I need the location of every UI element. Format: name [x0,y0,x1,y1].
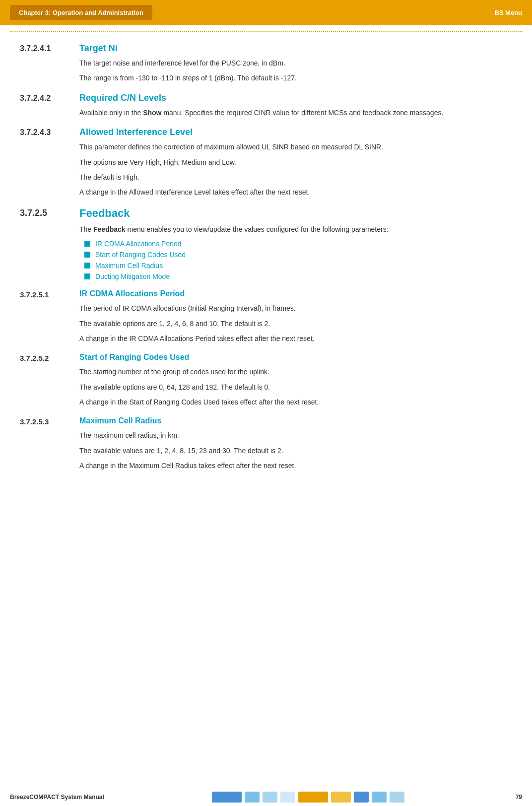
para-37253-1: The available values are 1, 2, 4, 8, 15,… [79,445,512,456]
bullet-square-1 [84,252,90,258]
section-row-37252: 3.7.2.5.2 Start of Ranging Codes Used [20,353,512,362]
body-text-3742: Available only in the Show manu. Specifi… [79,107,512,118]
section-title-3725: Feedback [79,207,130,220]
para-37251-2: A change in the IR CDMA Allocations Peri… [79,333,512,344]
bullet-square-3 [84,273,90,279]
para-37251-0: The period of IR CDMA allocations (Initi… [79,303,512,314]
body-text-37253: The maximum cell radius, in km. The avai… [79,430,512,471]
para-3743-3: A change in the Allowed Interference Lev… [79,187,512,198]
footer-block-5 [331,792,351,803]
body-text-3741: The target noise and interference level … [79,58,512,84]
section-3725: 3.7.2.5 Feedback The Feedback menu enabl… [20,207,512,280]
chapter-title: Chapter 3: Operation and Administration [10,5,152,20]
section-37251: 3.7.2.5.1 IR CDMA Allocations Period The… [20,289,512,344]
section-number-3742: 3.7.2.4.2 [20,93,79,103]
para-3742-0: Available only in the Show manu. Specifi… [79,107,512,118]
bullet-label-0: IR CDMA Allocations Period [95,240,182,248]
section-number-37253: 3.7.2.5.3 [20,416,79,426]
section-37253: 3.7.2.5.3 Maximum Cell Radius The maximu… [20,416,512,471]
section-title-37252: Start of Ranging Codes Used [79,353,189,362]
body-text-3743: This parameter defines the correction of… [79,141,512,198]
header-bar: Chapter 3: Operation and Administration … [0,0,532,25]
footer-block-4 [298,792,328,803]
footer-block-1 [245,792,260,803]
footer-blocks [109,792,507,803]
para-3725-intro: The Feedback menu enables you to view/up… [79,224,512,235]
footer-block-0 [212,792,242,803]
section-title-3742: Required C/N Levels [79,93,166,103]
bullet-square-0 [84,241,90,247]
feedback-bullet-list: IR CDMA Allocations Period Start of Rang… [84,240,512,280]
section-number-37251: 3.7.2.5.1 [20,289,79,299]
section-title-3743: Allowed Interference Level [79,127,193,137]
para-37252-1: The available options are 0, 64, 128 and… [79,382,512,393]
section-3741: 3.7.2.4.1 Target Ni The target noise and… [20,43,512,84]
footer-label: BreezeCOMPACT System Manual [10,794,109,801]
section-title-37253: Maximum Cell Radius [79,416,161,425]
section-number-3743: 3.7.2.4.3 [20,127,79,137]
section-row-3741: 3.7.2.4.1 Target Ni [20,43,512,54]
bs-menu-label: BS Menu [494,9,522,16]
section-row-37253: 3.7.2.5.3 Maximum Cell Radius [20,416,512,426]
section-37252: 3.7.2.5.2 Start of Ranging Codes Used Th… [20,353,512,407]
para-3743-0: This parameter defines the correction of… [79,141,512,152]
dot-separator [10,31,522,32]
body-text-37252: The starting number of the group of code… [79,366,512,407]
section-number-37252: 3.7.2.5.2 [20,353,79,362]
section-3742: 3.7.2.4.2 Required C/N Levels Available … [20,93,512,118]
footer-block-7 [372,792,387,803]
body-text-3725-intro: The Feedback menu enables you to view/up… [79,224,512,235]
section-number-3725: 3.7.2.5 [20,207,79,218]
bullet-label-2: Maximum Cell Radius [95,262,163,269]
footer-block-2 [263,792,277,803]
section-title-37251: IR CDMA Allocations Period [79,289,185,298]
section-row-3725: 3.7.2.5 Feedback [20,207,512,220]
section-3743: 3.7.2.4.3 Allowed Interference Level Thi… [20,127,512,198]
para-37253-0: The maximum cell radius, in km. [79,430,512,441]
para-3743-2: The default is High. [79,172,512,183]
footer-block-3 [280,792,295,803]
para-3741-1: The range is from -130 to -110 in steps … [79,72,512,83]
para-37253-2: A change in the Maximum Cell Radius take… [79,460,512,471]
footer-block-8 [390,792,404,803]
bullet-item-1: Start of Ranging Codes Used [84,251,512,259]
section-row-3742: 3.7.2.4.2 Required C/N Levels [20,93,512,103]
footer: BreezeCOMPACT System Manual 79 [0,788,532,806]
para-37251-1: The available options are 1, 2, 4, 6, 8 … [79,318,512,329]
footer-page: 79 [507,794,522,801]
section-row-37251: 3.7.2.5.1 IR CDMA Allocations Period [20,289,512,299]
bullet-label-3: Ducting Mitigation Mode [95,272,170,280]
section-title-3741: Target Ni [79,43,118,54]
section-number-3741: 3.7.2.4.1 [20,43,79,53]
bullet-item-2: Maximum Cell Radius [84,262,512,269]
body-text-37251: The period of IR CDMA allocations (Initi… [79,303,512,344]
para-3741-0: The target noise and interference level … [79,58,512,68]
bullet-label-1: Start of Ranging Codes Used [95,251,186,259]
para-37252-2: A change in the Start of Ranging Codes U… [79,397,512,407]
bullet-square-2 [84,263,90,269]
para-3743-1: The options are Very High, High, Medium … [79,157,512,168]
section-row-3743: 3.7.2.4.3 Allowed Interference Level [20,127,512,137]
bullet-item-0: IR CDMA Allocations Period [84,240,512,248]
para-37252-0: The starting number of the group of code… [79,366,512,377]
footer-block-6 [354,792,369,803]
bullet-item-3: Ducting Mitigation Mode [84,272,512,280]
main-content: 3.7.2.4.1 Target Ni The target noise and… [0,38,532,510]
